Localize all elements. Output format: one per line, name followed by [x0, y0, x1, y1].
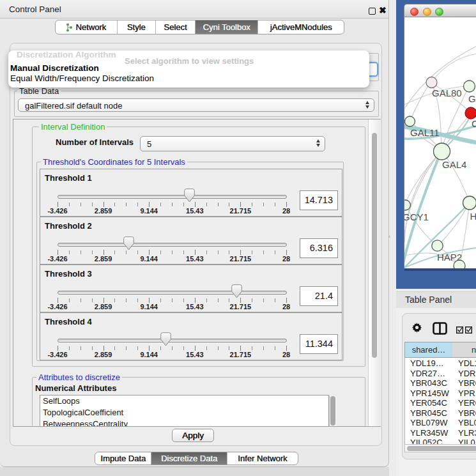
svg-text:GAL11: GAL11: [410, 127, 440, 138]
svg-text:H: H: [470, 211, 476, 222]
svg-text:GAL80: GAL80: [432, 88, 462, 98]
svg-text:C: C: [472, 118, 476, 129]
svg-text:HAP2: HAP2: [437, 252, 462, 263]
svg-text:GA: GA: [468, 93, 476, 104]
svg-text:GCY1: GCY1: [404, 211, 429, 222]
svg-text:GAL4: GAL4: [442, 159, 466, 170]
